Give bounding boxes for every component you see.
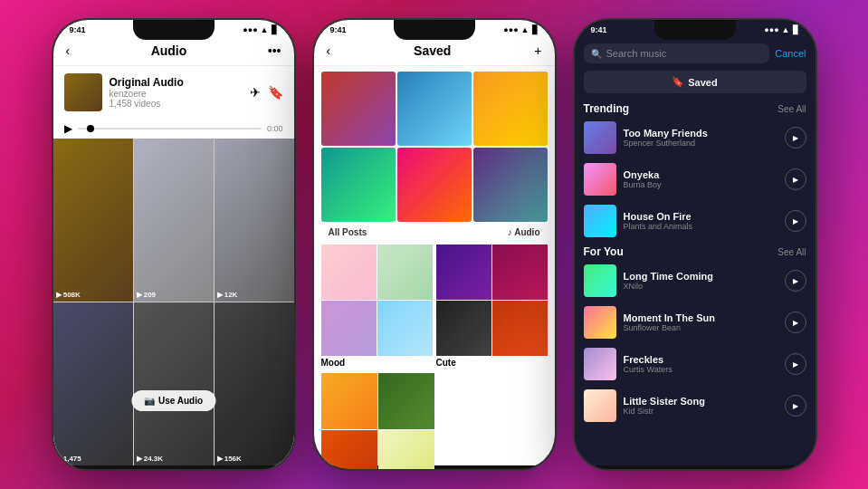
search-placeholder[interactable]: Search music (606, 48, 667, 59)
trending-item-1[interactable]: Too Many Friends Spencer Sutherland ▶ (575, 117, 816, 158)
play-icon[interactable]: ▶ (64, 122, 72, 135)
phone-music: 9:41 ●●● ▲ ▊ 🔍 Search music Cancel 🔖 Sav… (573, 18, 817, 471)
grid-cell-5[interactable]: ▶ 24.3K (134, 302, 214, 465)
signal-icon-2: ●●● (503, 25, 518, 34)
cute-thumb-2[interactable] (492, 244, 548, 300)
fy-play-4[interactable]: ▶ (785, 395, 806, 417)
fy-art-3 (584, 348, 616, 380)
foryou-item-1[interactable]: Long Time Coming XNilo ▶ (575, 260, 816, 302)
yumm-thumb-3[interactable] (321, 430, 377, 471)
notch-3 (654, 20, 736, 40)
mood-thumb-2[interactable] (377, 244, 433, 300)
time-3: 9:41 (591, 25, 607, 34)
fy-art-2 (584, 306, 616, 339)
fy-play-1[interactable]: ▶ (785, 270, 806, 292)
fy-title-1: Long Time Coming (624, 271, 777, 282)
more-btn-1[interactable]: ••• (268, 43, 281, 58)
grid-cell-1[interactable]: ▶ 508K (53, 139, 133, 302)
saved-thumb-6[interactable] (473, 148, 548, 222)
yumm-thumb-4[interactable] (378, 430, 434, 471)
foryou-item-2[interactable]: Moment In The Sun Sunflower Bean ▶ (575, 302, 816, 343)
foryou-item-4[interactable]: Little Sister Song Kid Sistr ▶ (575, 385, 816, 427)
grid-cell-4[interactable]: ▶ 1,475 (53, 302, 133, 465)
cute-section: Cute (436, 244, 548, 369)
yumm-grid (321, 373, 434, 471)
share-icon[interactable]: ✈ (250, 85, 261, 100)
time-1: 9:41 (70, 25, 86, 34)
saved-thumb-4[interactable] (321, 148, 396, 222)
yumm-thumb-2[interactable] (378, 373, 434, 429)
all-posts-label: All Posts (329, 227, 367, 237)
fy-art-4 (584, 389, 616, 422)
time-2: 9:41 (330, 25, 347, 34)
track-title-3: House On Fire (624, 211, 777, 222)
fy-title-4: Little Sister Song (624, 396, 777, 407)
play-count-2: ▶ 209 (137, 291, 157, 299)
play-btn-2[interactable]: ▶ (785, 168, 806, 190)
status-icons-1: ●●● ▲ ▊ (243, 25, 277, 34)
back-btn-2[interactable]: ‹ (327, 43, 331, 58)
play-count-6: ▶ 156K (217, 455, 242, 463)
grid-cell-2[interactable]: ▶ 209 (134, 139, 214, 302)
play-count-5: ▶ 24.3K (137, 455, 164, 463)
battery-icon-2: ▊ (532, 25, 539, 34)
cute-thumb-3[interactable] (436, 301, 491, 356)
audio-video-count: 1,458 videos (110, 99, 243, 109)
camera-icon: 📷 (144, 396, 155, 406)
play-btn-1[interactable]: ▶ (785, 127, 806, 149)
status-icons-3: ●●● ▲ ▊ (764, 25, 798, 34)
add-btn[interactable]: + (534, 43, 541, 58)
saved-thumb-1[interactable] (321, 72, 396, 146)
for-you-see-all[interactable]: See All (777, 247, 806, 257)
cancel-button[interactable]: Cancel (775, 48, 806, 59)
foryou-item-3[interactable]: Freckles Curtis Waters ▶ (575, 343, 816, 385)
audio-progress-bar[interactable]: ▶ 0:00 (53, 119, 294, 139)
search-icon: 🔍 (591, 49, 602, 59)
audio-screen: ‹ Audio ••• Original Audio kenzoere 1,45… (53, 36, 294, 465)
saved-tab-button[interactable]: 🔖 Saved (584, 71, 806, 93)
progress-track[interactable] (78, 128, 262, 129)
play-btn-3[interactable]: ▶ (785, 210, 806, 232)
fy-artist-2: Sunflower Bean (624, 323, 777, 332)
fy-play-3[interactable]: ▶ (785, 353, 806, 375)
trending-see-all[interactable]: See All (777, 104, 806, 114)
use-audio-button[interactable]: 📷 Use Audio (131, 390, 215, 411)
track-title-2: Onyeka (624, 169, 777, 180)
fy-title-2: Moment In The Sun (624, 312, 777, 323)
track-artist-1: Spencer Sutherland (624, 139, 777, 148)
play-count-1: ▶ 508K (56, 291, 81, 299)
grid-cell-3[interactable]: ▶ 12K (215, 139, 294, 302)
grid-overlay-6: ▶ 156K (217, 455, 242, 463)
saved-thumb-2[interactable] (397, 72, 472, 146)
music-search-screen: 🔍 Search music Cancel 🔖 Saved Trending S… (575, 36, 816, 465)
fy-play-2[interactable]: ▶ (785, 312, 806, 333)
grid-overlay-5: ▶ 24.3K (137, 455, 164, 463)
track-art-1 (584, 121, 616, 154)
track-artist-3: Plants and Animals (624, 222, 777, 231)
saved-thumb-3[interactable] (473, 72, 548, 146)
fy-info-4: Little Sister Song Kid Sistr (624, 396, 777, 416)
mood-thumb-4[interactable] (377, 301, 433, 356)
trending-item-2[interactable]: Onyeka Burna Boy ▶ (575, 158, 816, 200)
fy-title-3: Freckles (624, 354, 777, 365)
audio-artist-name: kenzoere (110, 89, 243, 99)
audio-art (64, 73, 102, 111)
saved-thumb-5[interactable] (397, 148, 472, 222)
cute-thumb-1[interactable] (436, 244, 491, 300)
fy-artist-4: Kid Sistr (624, 407, 777, 416)
fy-artist-3: Curtis Waters (624, 365, 777, 374)
trending-item-3[interactable]: House On Fire Plants and Animals ▶ (575, 200, 816, 242)
fy-artist-1: XNilo (624, 282, 777, 291)
mood-thumb-3[interactable] (321, 301, 377, 356)
top-photo-grid (321, 72, 548, 222)
back-btn-1[interactable]: ‹ (66, 43, 71, 58)
grid-cell-6[interactable]: ▶ 156K (215, 302, 294, 465)
yumm-section: Yumm (314, 373, 555, 471)
search-input-wrap[interactable]: 🔍 Search music (584, 43, 770, 63)
cute-thumb-4[interactable] (492, 301, 548, 356)
mood-thumb-1[interactable] (321, 244, 377, 300)
signal-icon-3: ●●● (764, 25, 778, 34)
yumm-thumb-1[interactable] (321, 373, 377, 429)
track-artist-2: Burna Boy (624, 180, 777, 189)
bookmark-icon[interactable]: 🔖 (268, 85, 283, 100)
